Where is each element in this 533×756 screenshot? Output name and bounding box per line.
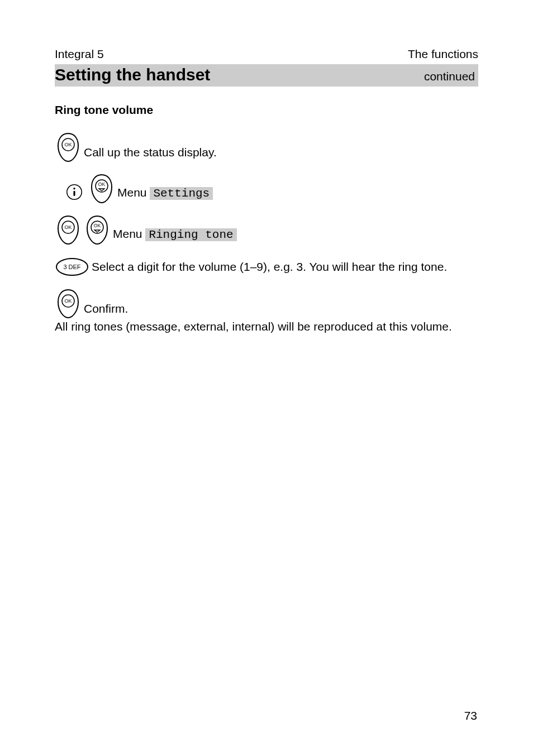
step-3: OK OK Menu Ringing tone	[55, 215, 478, 245]
menu-settings-label: Settings	[150, 187, 213, 200]
body-paragraph: All ring tones (message, external, inter…	[55, 319, 478, 334]
page-title: Setting the handset	[55, 65, 210, 84]
svg-text:OK: OK	[98, 181, 106, 187]
step-3-prefix: Menu	[113, 227, 145, 240]
ok-button-icon: OK	[55, 215, 82, 245]
ok-button-icon: OK	[55, 289, 82, 319]
svg-text:OK: OK	[64, 224, 72, 230]
continued-label: continued	[424, 70, 475, 83]
step-1: OK Call up the status display.	[55, 132, 478, 162]
svg-text:OK: OK	[64, 142, 72, 147]
ok-down-button-icon: OK	[84, 215, 111, 245]
svg-text:OK: OK	[94, 223, 101, 228]
step-4: 3 DEF Select a digit for the volume (1–9…	[55, 256, 478, 277]
section-subheading: Ring tone volume	[55, 103, 478, 117]
page-header: Integral 5 The functions	[55, 47, 478, 61]
step-2-text: Menu Settings	[117, 185, 213, 204]
step-5: OK Confirm.	[55, 289, 478, 319]
keypad-3-label: 3 DEF	[63, 264, 80, 270]
step-5-text: Confirm.	[84, 301, 128, 319]
ok-button-icon: OK	[55, 132, 82, 162]
title-bar: Setting the handset continued	[55, 64, 478, 87]
svg-rect-4	[73, 191, 75, 196]
header-left: Integral 5	[55, 47, 104, 61]
header-right: The functions	[408, 47, 478, 61]
svg-text:OK: OK	[64, 298, 72, 304]
info-button-icon	[63, 180, 86, 204]
step-2-prefix: Menu	[117, 186, 150, 199]
step-4-text: Select a digit for the volume (1–9), e.g…	[92, 259, 447, 275]
svg-point-3	[73, 188, 75, 189]
step-1-text: Call up the status display.	[84, 145, 217, 162]
page-number: 73	[464, 709, 477, 722]
keypad-3-icon: 3 DEF	[55, 256, 89, 277]
menu-ringing-tone-label: Ringing tone	[145, 228, 236, 241]
step-2: OK Menu Settings	[63, 174, 478, 204]
step-3-text: Menu Ringing tone	[113, 226, 237, 245]
ok-down-button-icon: OK	[88, 174, 115, 204]
